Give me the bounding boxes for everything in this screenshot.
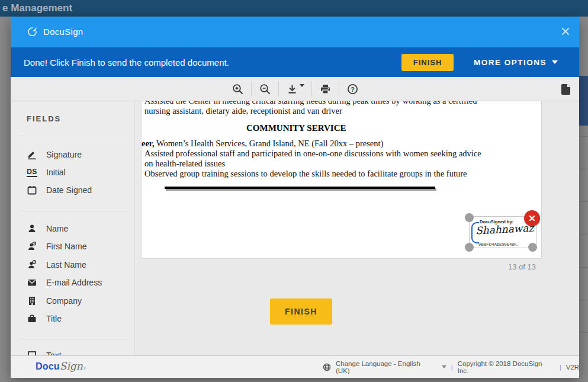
document-line: eer, Women’s Health Services, Grand Isla…: [142, 139, 383, 149]
docusign-modal: DocuSign Done! Click Finish to send the …: [11, 17, 579, 378]
field-item-label: Last Name: [46, 260, 86, 269]
status-message: Done! Click Finish to send the completed…: [24, 47, 229, 77]
person-badge-icon: [27, 259, 37, 270]
zoom-out-button[interactable]: [253, 79, 277, 99]
field-item-title[interactable]: Title: [27, 313, 62, 325]
background-app-header: e Management: [0, 0, 588, 17]
briefcase-icon: [27, 313, 37, 324]
globe-icon: [323, 363, 331, 371]
document-line: Assisted professional staff and particip…: [144, 149, 481, 159]
document-toolbar: ?: [11, 77, 579, 101]
field-item-initial[interactable]: DS Initial: [27, 166, 66, 178]
more-options-label: MORE OPTIONS: [474, 58, 547, 67]
modal-header: DocuSign: [11, 17, 579, 47]
fields-sidebar: FIELDS Signature DS Initial Date Signed: [11, 101, 135, 355]
zoom-in-button[interactable]: [226, 79, 249, 99]
docusign-quill-icon: [27, 26, 38, 37]
copyright-text: Copyright © 2018 DocuSign Inc.: [458, 360, 555, 374]
brand: DocuSign: [27, 26, 83, 37]
field-item-date-signed[interactable]: Date Signed: [27, 184, 92, 196]
sidebar-divider: [21, 211, 128, 211]
document-line: nursing assistant, dietary aide, recepti…: [144, 106, 342, 116]
field-item-last-name[interactable]: Last Name: [27, 259, 86, 271]
chevron-down-icon: [300, 84, 304, 87]
document-line: Assisted the Center in meeting critical …: [144, 101, 477, 106]
print-button[interactable]: [314, 79, 337, 99]
text-icon: [27, 350, 37, 355]
svg-text:?: ?: [351, 85, 354, 92]
toolbar-icon-group: ?: [11, 77, 579, 101]
close-icon[interactable]: [561, 27, 570, 36]
document-viewer: Assisted the Center in meeting critical …: [135, 101, 579, 355]
background-row-divider: [579, 201, 588, 202]
building-icon: [27, 296, 37, 306]
field-item-label: Name: [46, 224, 68, 233]
calendar-icon: [27, 185, 37, 195]
toolbar-divider: [251, 81, 252, 97]
download-icon: [286, 83, 298, 95]
chevron-down-icon: [442, 365, 446, 368]
field-item-signature[interactable]: Signature: [27, 149, 82, 160]
modal-footer: DocuSign® Change Language - English (UK)…: [11, 355, 579, 378]
footer-right: Change Language - English (UK) | Copyrig…: [323, 356, 579, 378]
document-horizontal-rule: [165, 187, 435, 189]
zoom-out-icon: [259, 83, 271, 95]
field-item-label: Text: [46, 351, 62, 355]
document-page: Assisted the Center in meeting critical …: [141, 101, 542, 259]
delete-stamp-button[interactable]: [524, 210, 540, 226]
logo-docu: Docu: [36, 361, 60, 372]
finish-button-banner[interactable]: FINISH: [401, 54, 454, 71]
finish-button-main[interactable]: FINISH: [270, 298, 332, 325]
toolbar-divider: [278, 81, 279, 97]
field-item-label: Company: [46, 296, 82, 306]
version-text: V2R: [566, 364, 579, 371]
signature-icon: [27, 149, 37, 160]
field-item-label: First Name: [46, 242, 86, 251]
docusign-footer-logo[interactable]: DocuSign®: [36, 360, 86, 372]
background-row-divider: [579, 169, 588, 169]
initial-icon: DS: [27, 167, 37, 178]
document-heading: COMMUNITY SERVICE: [246, 123, 346, 133]
field-item-email[interactable]: E-mail Address: [27, 277, 102, 288]
sidebar-divider: [21, 136, 128, 136]
field-item-label: Initial: [46, 168, 66, 177]
change-language-selector[interactable]: Change Language - English (UK): [336, 360, 446, 374]
document-line: on health-related issues: [144, 159, 225, 169]
person-badge-icon: [27, 241, 37, 252]
print-icon: [319, 83, 332, 95]
field-item-name[interactable]: Name: [27, 223, 68, 235]
page-thumbnails-button[interactable]: [558, 81, 574, 98]
status-banner: Done! Click Finish to send the completed…: [11, 47, 579, 77]
more-options-button[interactable]: MORE OPTIONS: [474, 47, 558, 77]
field-item-label: Signature: [46, 150, 82, 159]
logo-sign: Sign: [60, 360, 83, 372]
screen: e Management DocuSign Done! Click Finish…: [0, 0, 588, 382]
document-line-bold: eer,: [142, 139, 155, 148]
footer-separator: |: [560, 364, 561, 371]
background-row-divider: [579, 267, 588, 268]
resize-handle-bottom-left[interactable]: [465, 243, 474, 252]
background-row-divider: [579, 332, 588, 333]
envelope-icon: [27, 277, 37, 288]
help-button[interactable]: ?: [341, 79, 364, 99]
help-icon: ?: [346, 83, 359, 95]
field-item-label: E-mail Address: [46, 278, 102, 287]
background-row-divider: [579, 136, 588, 137]
field-item-company[interactable]: Company: [27, 295, 82, 307]
page-icon: [559, 82, 573, 97]
stamp-id: 9BBFD4A6E99E48F...: [478, 242, 519, 246]
resize-handle-bottom-right[interactable]: [528, 243, 537, 252]
document-line: Observed group training sessions to deve…: [144, 169, 467, 179]
toolbar-divider: [339, 81, 339, 97]
toolbar-divider: [311, 81, 312, 97]
field-item-first-name[interactable]: First Name: [27, 240, 86, 252]
sidebar-divider: [21, 339, 128, 339]
fields-title: FIELDS: [27, 114, 61, 123]
field-item-text[interactable]: Text: [27, 349, 62, 355]
background-app-title: e Management: [2, 2, 72, 14]
download-button[interactable]: [281, 79, 310, 99]
brand-name: DocuSign: [43, 27, 83, 37]
signature-stamp[interactable]: DocuSigned by: Shahnawaz 9BBFD4A6E99E48F…: [469, 216, 536, 248]
resize-handle-top-left[interactable]: [465, 213, 474, 222]
background-row-divider: [579, 300, 588, 300]
